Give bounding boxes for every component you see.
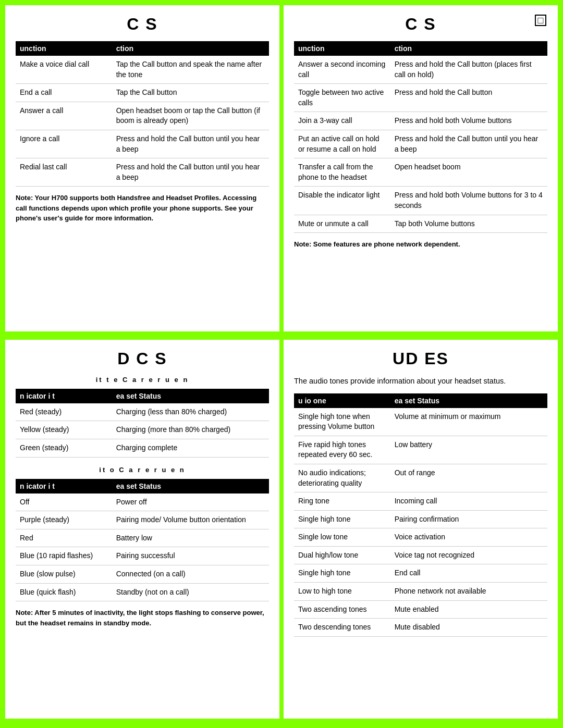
quadrant-led-status: D C S it t e C a r e r u e n n icator i …	[3, 338, 282, 725]
table-row: Blue (quick flash)Standby (not on a call…	[16, 583, 269, 601]
table-row: Join a 3-way callPress and hold both Vol…	[294, 112, 547, 130]
q2-green-bar	[284, 331, 558, 336]
table-cell: Tap the Call button and speak the name a…	[112, 56, 269, 84]
table-cell: Press and hold the Call button until you…	[390, 130, 547, 158]
table-cell: Low battery	[390, 436, 547, 464]
q3c-header-indicator: n icator i t	[16, 389, 112, 403]
table-cell: Answer a second incoming call	[294, 56, 390, 84]
table-cell: Single high tone	[294, 510, 390, 528]
table-row: Transfer a call from the phone to the he…	[294, 158, 547, 187]
table-cell: Single high tone	[294, 564, 390, 583]
q4-header-status: ea set Status	[390, 393, 547, 408]
table-row: Ring toneIncoming call	[294, 492, 547, 511]
table-cell: Pairing successful	[112, 547, 269, 565]
q1-green-bar	[5, 331, 279, 336]
page: C S unction ction Make a voice dial call…	[0, 0, 563, 728]
table-row: Red (steady)Charging (less than 80% char…	[16, 403, 269, 421]
table-row: Single high tone when pressing Volume bu…	[294, 408, 547, 436]
table-row: Disable the indicator lightPress and hol…	[294, 187, 547, 215]
q3-note: Note: After 5 minutes of inactivity, the…	[16, 608, 269, 628]
table-row: Single low toneVoice activation	[294, 528, 547, 547]
table-cell: Make a voice dial call	[16, 56, 112, 84]
table-cell: Yellow (steady)	[16, 421, 112, 439]
q2-table: unction ction Answer a second incoming c…	[294, 41, 547, 233]
table-cell: Pairing mode/ Volume button orientation	[112, 511, 269, 529]
table-row: Purple (steady)Pairing mode/ Volume butt…	[16, 511, 269, 529]
table-cell: Battery low	[112, 529, 269, 547]
q1-note: Note: Your H700 supports both Handsfree …	[16, 193, 269, 224]
table-cell: Volume at minimum or maximum	[390, 408, 547, 436]
q2-note: Note: Some features are phone network de…	[294, 239, 547, 250]
q3nc-header-status: ea set Status	[112, 479, 269, 493]
table-row: Redial last callPress and hold the Call …	[16, 158, 269, 187]
table-cell: Ring tone	[294, 492, 390, 511]
table-row: Mute or unmute a callTap both Volume but…	[294, 215, 547, 233]
table-row: Dual high/low toneVoice tag not recogniz…	[294, 546, 547, 564]
quadrant-audio-tones: UD ES The audio tones provide informatio…	[282, 338, 560, 725]
q2-header-action: ction	[390, 41, 547, 56]
table-row: Make a voice dial callTap the Call butto…	[16, 56, 269, 84]
table-cell: Charging (more than 80% charged)	[112, 421, 269, 439]
table-row: Blue (10 rapid flashes)Pairing successfu…	[16, 547, 269, 565]
q2-title: C S	[294, 15, 547, 34]
table-row: Blue (slow pulse)Connected (on a call)	[16, 565, 269, 583]
table-cell: Open headset boom	[390, 158, 547, 187]
table-cell: Press and hold both Volume buttons	[390, 112, 547, 130]
quadrant-call-setup: C S unction ction Make a voice dial call…	[3, 3, 282, 338]
table-cell: Mute or unmute a call	[294, 215, 390, 233]
q4-title: UD ES	[294, 349, 547, 368]
table-cell: Connected (on a call)	[112, 565, 269, 583]
table-cell: Charging (less than 80% charged)	[112, 403, 269, 421]
q4-header-tone: u io one	[294, 393, 390, 408]
table-row: Low to high tonePhone network not availa…	[294, 583, 547, 601]
table-cell: Two descending tones	[294, 619, 390, 637]
table-cell: Phone network not available	[390, 583, 547, 601]
table-row: Two descending tonesMute disabled	[294, 619, 547, 637]
q3-green-bar	[5, 719, 279, 723]
table-cell: Press and hold the Call button (places f…	[390, 56, 547, 84]
q4-green-bar	[284, 719, 558, 723]
table-cell: Voice tag not recognized	[390, 546, 547, 564]
table-cell: Two ascending tones	[294, 600, 390, 619]
table-cell: Green (steady)	[16, 439, 112, 457]
table-row: Answer a callOpen headset boom or tap th…	[16, 102, 269, 130]
table-row: Put an active call on hold or resume a c…	[294, 130, 547, 158]
table-cell: Press and hold the Call button until you…	[112, 158, 269, 187]
table-cell: Charging complete	[112, 439, 269, 457]
table-cell: Voice activation	[390, 528, 547, 547]
table-cell: Blue (10 rapid flashes)	[16, 547, 112, 565]
q3-subtitle-not-charging: it o C a r e r u e n	[16, 466, 269, 474]
table-cell: Out of range	[390, 464, 547, 492]
table-cell: No audio indications; deteriorating qual…	[294, 464, 390, 492]
table-cell: Purple (steady)	[16, 511, 112, 529]
table-cell: Red	[16, 529, 112, 547]
table-cell: Power off	[112, 493, 269, 511]
table-row: RedBattery low	[16, 529, 269, 547]
table-cell: Toggle between two active calls	[294, 84, 390, 112]
table-cell: Ignore a call	[16, 130, 112, 158]
table-row: Two ascending tonesMute enabled	[294, 600, 547, 619]
q4-intro: The audio tones provide information abou…	[294, 376, 547, 387]
table-row: Answer a second incoming callPress and h…	[294, 56, 547, 84]
table-cell: Press and hold the Call button	[390, 84, 547, 112]
table-cell: End a call	[16, 84, 112, 102]
table-cell: Disable the indicator light	[294, 187, 390, 215]
table-row: No audio indications; deteriorating qual…	[294, 464, 547, 492]
table-cell: Red (steady)	[16, 403, 112, 421]
table-row: Five rapid high tones repeated every 60 …	[294, 436, 547, 464]
table-cell: Standby (not on a call)	[112, 583, 269, 601]
table-row: Yellow (steady)Charging (more than 80% c…	[16, 421, 269, 439]
q2-symbol: □	[535, 15, 546, 26]
table-cell: End call	[390, 564, 547, 583]
table-cell: Single low tone	[294, 528, 390, 547]
table-row: End a callTap the Call button	[16, 84, 269, 102]
table-row: Green (steady)Charging complete	[16, 439, 269, 457]
q3-table-charging: n icator i t ea set Status Red (steady)C…	[16, 389, 269, 458]
table-cell: Five rapid high tones repeated every 60 …	[294, 436, 390, 464]
table-cell: Press and hold both Volume buttons for 3…	[390, 187, 547, 215]
table-cell: Low to high tone	[294, 583, 390, 601]
quadrant-call-setup-multi: C S □ unction ction Answer a second inco…	[282, 3, 560, 338]
table-row: Toggle between two active callsPress and…	[294, 84, 547, 112]
q1-header-function: unction	[16, 41, 112, 56]
table-cell: Answer a call	[16, 102, 112, 130]
